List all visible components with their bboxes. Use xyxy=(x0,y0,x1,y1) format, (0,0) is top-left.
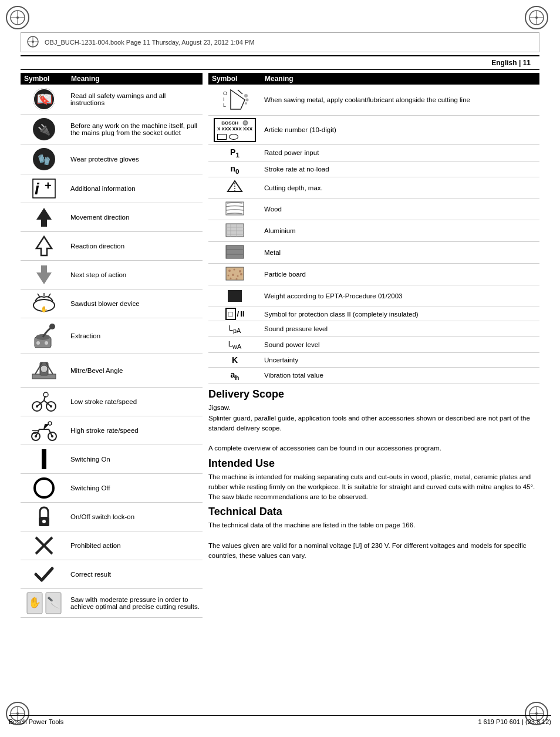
table-row: BOSCH 🔘 X XXX XXX XXX Article number (10… xyxy=(208,116,539,145)
table-row: Next step of action xyxy=(21,261,203,290)
left-col-symbol: Symbol xyxy=(21,73,68,85)
text-sections: Delivery Scope Jigsaw. Splinter guard, p… xyxy=(208,388,539,561)
meaning-text: Rated power input xyxy=(261,144,539,161)
svg-point-94 xyxy=(232,274,234,276)
svg-point-7 xyxy=(535,16,538,19)
technical-data-title: Technical Data xyxy=(208,506,539,518)
header-file-info: OBJ_BUCH-1231-004.book Page 11 Thursday,… xyxy=(45,39,254,46)
meaning-text: Cutting depth, max. xyxy=(261,177,539,198)
table-row: ✋ 🔪 Saw with moderate pressure in order … xyxy=(21,589,203,618)
table-row: 📖 🔖 Read all safety warnings and all ins… xyxy=(21,85,203,115)
table-row: Switching On xyxy=(21,445,203,474)
meaning-text: Sound pressure level xyxy=(261,321,539,337)
meaning-text: On/Off switch lock-on xyxy=(68,503,203,531)
meaning-text: Switching Off xyxy=(68,474,203,503)
svg-marker-33 xyxy=(36,265,52,284)
svg-point-90 xyxy=(228,270,231,272)
svg-text:I: I xyxy=(223,96,225,102)
table-row: Correct result xyxy=(21,560,203,589)
table-row: Particle board xyxy=(208,264,539,285)
meaning-text: Extraction xyxy=(68,318,203,354)
svg-point-11 xyxy=(16,712,19,715)
symbol-cell xyxy=(23,356,65,385)
svg-point-15 xyxy=(535,712,538,715)
meaning-text: Before any work on the machine itself, p… xyxy=(68,115,203,144)
corner-circle-tr xyxy=(525,6,548,29)
symbol-cell: i + xyxy=(23,177,65,200)
svg-text:+: + xyxy=(45,179,52,192)
table-row: Cutting depth, max. xyxy=(208,177,539,198)
table-row: Metal xyxy=(208,242,539,264)
table-row: ✋ Sawdust blower device xyxy=(21,290,203,318)
delivery-scope-text: Jigsaw. Splinter guard, parallel guide, … xyxy=(208,403,539,453)
svg-rect-80 xyxy=(226,224,244,237)
svg-line-35 xyxy=(38,294,40,297)
left-col-meaning: Meaning xyxy=(68,73,203,85)
table-row: □/II Symbol for protection class II (com… xyxy=(208,307,539,321)
svg-point-64 xyxy=(42,520,46,523)
table-row: ah Vibration total value xyxy=(208,367,539,383)
symbol-cell: BOSCH 🔘 X XXX XXX XXX xyxy=(211,118,258,142)
language-label: English | 11 xyxy=(21,55,539,70)
symbol-cell xyxy=(23,534,65,557)
svg-point-43 xyxy=(45,341,48,345)
svg-point-96 xyxy=(240,273,242,275)
svg-point-74 xyxy=(244,94,248,97)
table-row: Aluminium xyxy=(208,220,539,242)
symbol-cell: ✋ 🔪 xyxy=(23,591,65,615)
svg-point-19 xyxy=(32,41,34,43)
header-bar: OBJ_BUCH-1231-004.book Page 11 Thursday,… xyxy=(21,32,539,52)
svg-point-95 xyxy=(237,275,239,277)
svg-rect-99 xyxy=(228,290,242,302)
page: OBJ_BUCH-1231-004.book Page 11 Thursday,… xyxy=(0,0,560,737)
main-content: Symbol Meaning 📖 xyxy=(21,73,539,618)
meaning-text: Low stroke rate/speed xyxy=(68,388,203,416)
svg-point-97 xyxy=(230,278,232,280)
corner-circle-tl xyxy=(6,6,29,29)
meaning-text: Mitre/Bevel Angle xyxy=(68,354,203,388)
footer-left: Bosch Power Tools xyxy=(9,718,63,725)
meaning-text: Saw with moderate pressure in order to a… xyxy=(68,589,203,618)
technical-data-text: The technical data of the machine are li… xyxy=(208,520,539,561)
symbol-cell xyxy=(23,206,65,229)
table-row: On/Off switch lock-on xyxy=(21,503,203,531)
right-side: Symbol Meaning O I xyxy=(208,73,539,618)
symbol-cell xyxy=(23,390,65,413)
table-row: High stroke rate/speed xyxy=(21,416,203,445)
svg-point-3 xyxy=(16,16,19,19)
meaning-text: Article number (10-digit) xyxy=(261,116,539,145)
right-col-symbol: Symbol xyxy=(208,73,261,85)
svg-point-98 xyxy=(236,278,238,280)
svg-point-41 xyxy=(49,324,55,329)
symbol-cell: ✋ xyxy=(23,292,65,315)
footer: Bosch Power Tools 1 619 P10 601 | (23.8.… xyxy=(9,715,551,725)
svg-point-46 xyxy=(41,365,48,372)
meaning-text: Metal xyxy=(261,242,539,264)
svg-marker-32 xyxy=(36,237,52,255)
symbol-cell xyxy=(23,505,65,529)
svg-point-58 xyxy=(48,422,52,425)
table-row: Switching Off xyxy=(21,474,203,503)
delivery-scope-title: Delivery Scope xyxy=(208,388,539,401)
footer-right: 1 619 P10 601 | (23.8.12) xyxy=(478,718,551,725)
meaning-text: Switching On xyxy=(68,445,203,474)
symbol-cell: 🔌 xyxy=(23,117,65,142)
table-row: Extraction xyxy=(21,318,203,354)
meaning-text: Additional information xyxy=(68,174,203,203)
svg-rect-86 xyxy=(226,245,244,258)
svg-text:O: O xyxy=(223,90,227,96)
right-col-meaning: Meaning xyxy=(261,73,539,85)
meaning-text: Vibration total value xyxy=(261,367,539,383)
table-row: Prohibited action xyxy=(21,531,203,560)
symbol-cell xyxy=(23,419,65,442)
table-row: Reaction direction xyxy=(21,232,203,261)
table-row: Mitre/Bevel Angle xyxy=(21,354,203,388)
symbol-cell xyxy=(23,234,65,258)
corner-top-right xyxy=(525,6,554,35)
table-row: Weight according to EPTA-Procedure 01/20… xyxy=(208,285,539,307)
table-row: 🧤 Wear protective gloves xyxy=(21,144,203,174)
meaning-text: Wood xyxy=(261,198,539,220)
svg-rect-61 xyxy=(42,449,46,469)
svg-point-93 xyxy=(228,275,230,277)
svg-point-75 xyxy=(246,99,249,102)
